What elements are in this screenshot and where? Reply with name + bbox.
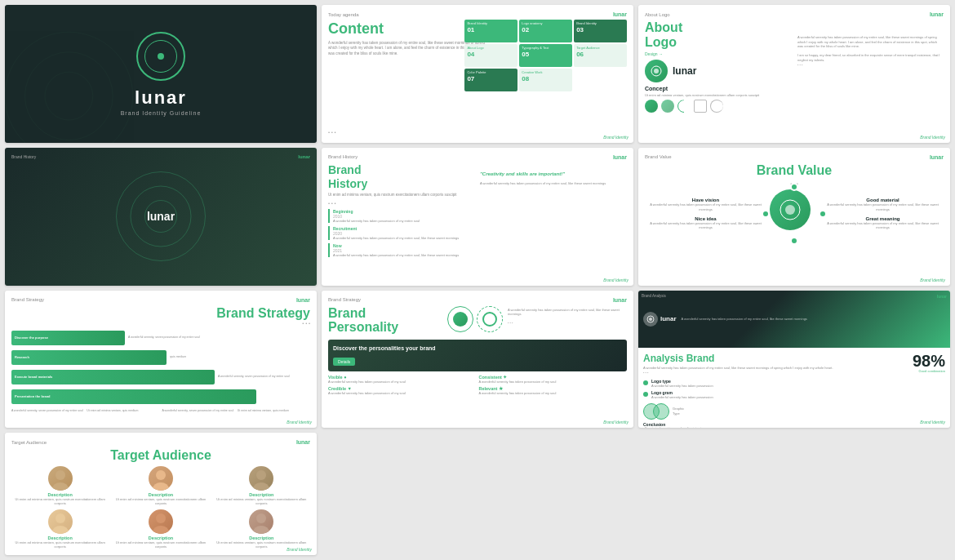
shape-5 xyxy=(710,100,723,113)
slide-history-text: Brand History lunar BrandHistory Ut enim… xyxy=(322,148,633,286)
svg-point-8 xyxy=(649,318,652,321)
bp-top: BrandPersonality A wonderful serenity ha… xyxy=(328,306,627,335)
svg-point-11 xyxy=(156,470,166,480)
analysis-percent-block: 98% Good combination xyxy=(913,353,945,373)
strategy-step-2: Research quis medium xyxy=(11,350,310,365)
analysis-good: Good combination xyxy=(913,369,945,373)
analysis-top-text: A wonderful serenity has taken possessio… xyxy=(682,317,945,322)
discover-title: Discover the personalities your brand xyxy=(333,344,622,352)
value-col-right: Good material A wonderful serenity has t… xyxy=(822,198,944,229)
value-item-1: Have vision A wonderful serenity has tak… xyxy=(645,198,766,211)
svg-point-14 xyxy=(253,482,269,491)
grid-item-7: Color Palette 07 xyxy=(464,69,517,91)
venn-label-type: Type xyxy=(673,411,684,416)
analysis-bottom: Analysis Brand A wonderful serenity has … xyxy=(638,348,950,428)
person-3-text: Ut enim ad minima veniam, quis nostrum e… xyxy=(213,497,310,505)
bp-title: BrandPersonality xyxy=(328,306,447,335)
avatar-4 xyxy=(48,509,73,534)
analysis-header-logo: lunar xyxy=(937,294,947,299)
strategy-step-1: Discover the purpose A wonderful serenit… xyxy=(11,331,310,345)
strategy-desc-2: Ut enim ad minima veniam, quis medium xyxy=(87,409,159,413)
svg-point-2 xyxy=(45,72,93,120)
shape-3 xyxy=(677,100,691,113)
shape-2 xyxy=(661,100,674,113)
value-item-3: Good material A wonderful serenity has t… xyxy=(822,198,944,211)
vi-text-4: A wonderful serenity has taken possessio… xyxy=(822,221,944,229)
sat-bottom xyxy=(790,237,798,245)
history-left: BrandHistory Ut enim ad minima veniam, q… xyxy=(328,163,475,279)
venn-labels: Graphic Type xyxy=(673,407,684,416)
analysis-logo-area: lunar xyxy=(643,312,677,327)
logo-gram-content: Logo gram A wonderful serenity has taken… xyxy=(651,390,713,399)
bar-label-1: Discover the purpose xyxy=(15,336,48,340)
slide-content: Today agenda lunar Content A wonderful s… xyxy=(322,5,633,143)
personality-inner-2 xyxy=(482,312,497,327)
bs-header: Brand Strategy lunar xyxy=(11,297,310,303)
tl-item-2: Recruitment 2020 A wonderful serenity ha… xyxy=(328,226,475,240)
vi-text-3: A wonderful serenity has taken possessio… xyxy=(822,202,944,211)
history-header: Brand History lunar xyxy=(328,154,627,160)
svg-point-16 xyxy=(52,526,69,534)
history-dots: • • • xyxy=(328,201,475,206)
conclusion-section: Conclusion • Easy to implement in severa… xyxy=(643,422,945,429)
slide-header: Today agenda lunar xyxy=(328,11,627,17)
strategy-step-3: Execute brand materials A wonderful sere… xyxy=(11,370,310,384)
history-right-text: A wonderful serenity has taken possessio… xyxy=(480,181,627,186)
personality-circle-2 xyxy=(477,306,503,332)
analysis-top: lunar A wonderful serenity has taken pos… xyxy=(638,291,950,349)
analysis-logo-text: lunar xyxy=(660,315,677,322)
strategy-bar-4: Presentation the brand xyxy=(11,389,256,404)
analysis-tag: Brand Analysis xyxy=(642,294,666,298)
slide-target-audience: Target Audience lunar Target Audience De… xyxy=(5,433,317,555)
footer-brand: Brand Identity xyxy=(603,135,629,140)
about-right-text: A wonderful serenity has taken possessio… xyxy=(797,20,944,113)
avatar-3 xyxy=(249,466,273,491)
grid-item-3: Brand Identity 03 xyxy=(574,20,627,42)
vi-text-1: A wonderful serenity has taken possessio… xyxy=(645,202,766,211)
analysis-title-block: Analysis Brand A wonderful serenity has … xyxy=(643,353,833,375)
strategy-visual: Discover the purpose A wonderful serenit… xyxy=(11,331,310,404)
slide-brand-strategy: Brand Strategy lunar Brand Strategy • • … xyxy=(5,291,317,429)
trait-credible: Credible ▼ A wonderful serenity has take… xyxy=(328,386,477,395)
trait-text-2: A wonderful serenity has taken possessio… xyxy=(479,380,628,384)
svg-point-12 xyxy=(153,482,169,491)
person-2-text: Ut enim ad minima veniam, quis nostrum e… xyxy=(112,497,209,505)
venn-label-graphic: Graphic xyxy=(673,407,684,411)
logo-gram-dot xyxy=(643,392,648,397)
strategy-text-2: quis medium xyxy=(170,355,310,359)
tl-item-3: Now 2021 A wonderful serenity has taken … xyxy=(328,243,475,257)
slide-tag: Today agenda xyxy=(328,12,359,17)
person-3: Description Ut enim ad minima veniam, qu… xyxy=(213,466,310,505)
svg-point-10 xyxy=(52,482,69,491)
bar-label-2: Research xyxy=(15,355,29,359)
value-item-4: Great meaning A wonderful serenity has t… xyxy=(822,216,944,229)
grid-item-2: Logo anatomy 02 xyxy=(519,20,572,42)
history-cover-logo: lunar xyxy=(147,210,175,223)
traits-grid: Visible ● A wonderful serenity has taken… xyxy=(328,375,627,395)
bs-title: Brand Strategy xyxy=(11,306,310,321)
value-circle-main xyxy=(770,189,811,230)
trait-text-4: A wonderful serenity has taken possessio… xyxy=(479,391,628,395)
trait-visible: Visible ● A wonderful serenity has taken… xyxy=(328,375,477,384)
trait-text-3: A wonderful serenity has taken possessio… xyxy=(328,391,477,395)
history-body: Ut enim ad minima veniam, quis nostrum e… xyxy=(328,193,475,198)
content-grid: Brand Identity 01 Logo anatomy 02 Brand … xyxy=(464,20,627,91)
logo-gram-row: Logo gram A wonderful serenity has taken… xyxy=(643,390,945,399)
tl-text-1: A wonderful serenity has taken possessio… xyxy=(333,219,475,223)
svg-point-17 xyxy=(156,513,166,523)
about-tag: About Logo xyxy=(645,12,670,17)
history-content: BrandHistory Ut enim ad minima veniam, q… xyxy=(328,163,627,279)
history-title: BrandHistory xyxy=(328,163,475,191)
svg-point-0 xyxy=(5,32,133,142)
logo-type-content: Logo type A wonderful serenity has taken… xyxy=(651,379,713,388)
value-col-left: Have vision A wonderful serenity has tak… xyxy=(645,198,766,229)
person-6: Description Ut enim ad minima veniam, qu… xyxy=(213,509,310,549)
concept-label: Concept xyxy=(645,86,791,91)
personality-inner-1 xyxy=(453,312,468,327)
strategy-bar-1: Discover the purpose xyxy=(11,331,125,345)
slide-analysis: lunar A wonderful serenity has taken pos… xyxy=(638,291,950,429)
bp-logo: lunar xyxy=(613,297,627,303)
trait-consistent: Consistent ✦ A wonderful serenity has ta… xyxy=(479,375,628,384)
details-button[interactable]: Details xyxy=(333,358,355,366)
value-center-visual xyxy=(770,189,819,238)
